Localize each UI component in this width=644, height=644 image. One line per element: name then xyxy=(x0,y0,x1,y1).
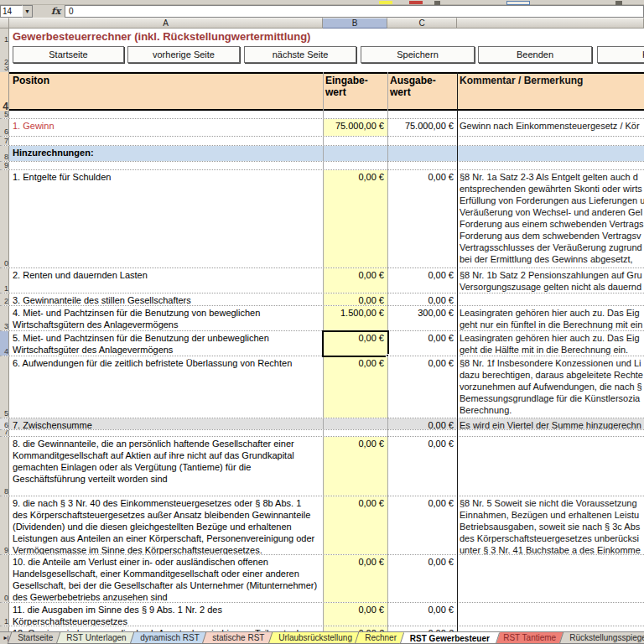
empty-cell-a[interactable] xyxy=(9,111,323,118)
item-label-cell[interactable]: 10. die Anteile am Verlust einer in- ode… xyxy=(9,555,323,602)
sheet-tab-rst-tantieme[interactable]: RST Tantieme xyxy=(493,632,567,644)
item-label-cell[interactable]: 1. Gewinn xyxy=(9,119,323,136)
empty-cell-a[interactable] xyxy=(9,430,323,436)
comment-cell[interactable]: Leasingraten gehören hier auch zu. Das E… xyxy=(457,331,644,356)
input-value-cell[interactable]: 0,00 € xyxy=(323,496,387,554)
empty-cell-d[interactable] xyxy=(457,111,644,118)
input-value-cell[interactable]: 0,00 € xyxy=(323,437,387,496)
row-header-7[interactable]: 7 xyxy=(0,137,9,145)
comment-cell[interactable]: §8 Nr. 1b Satz 2 Pensionszahlungen auf G… xyxy=(457,268,644,293)
output-value-cell[interactable]: 75.000,00 € xyxy=(387,119,457,136)
nav-button-hilfe[interactable]: Hilfe xyxy=(597,46,644,63)
item-label-cell[interactable]: 11. die Ausgaben im Sinne des § 9 Abs. 1… xyxy=(9,603,323,626)
comment-cell[interactable] xyxy=(457,603,644,626)
output-value-cell[interactable]: 0,00 € xyxy=(387,356,457,418)
input-value-cell[interactable]: 1.500,00 € xyxy=(323,306,387,330)
sheet-tab-rst-unterlagen[interactable]: RST Unterlagen xyxy=(56,632,137,644)
input-value-cell[interactable]: 0,00 € xyxy=(323,293,387,305)
row-header-15[interactable]: 5 xyxy=(0,356,9,418)
sheet-tab-dynamisch-rst[interactable]: dynamisch RST xyxy=(130,632,210,644)
row-header-10[interactable]: 0 xyxy=(0,170,9,267)
item-label-cell[interactable]: 5. Miet- und Pachtzinsen für die Benutzu… xyxy=(9,331,323,356)
empty-cell-a[interactable] xyxy=(9,66,323,72)
item-label-cell[interactable]: 4. Miet- und Pachtzinsen für die Benutzu… xyxy=(9,306,323,330)
empty-cell-b[interactable] xyxy=(323,430,387,436)
input-value-cell[interactable]: 0,00 € xyxy=(323,170,387,267)
nav-button-n-chste-seite[interactable]: nächste Seite xyxy=(244,46,356,63)
comment-cell[interactable]: §8 Nr. 1a Satz 2-3 Als Entgelt gelten au… xyxy=(457,170,644,267)
row-header-13[interactable]: 3 xyxy=(0,306,9,330)
column-header-a[interactable]: A xyxy=(9,18,323,29)
output-value-cell[interactable]: 0,00 € xyxy=(387,496,457,554)
item-label-cell[interactable]: 3. Gewinnanteile des stillen Gesellschaf… xyxy=(9,293,323,305)
column-header-b[interactable]: B xyxy=(323,18,387,29)
empty-cell-c[interactable] xyxy=(387,137,457,145)
empty-cell-c[interactable] xyxy=(387,111,457,118)
item-label-cell[interactable]: 9. die nach § 3 Nr. 40 des Einkommensteu… xyxy=(9,496,323,554)
row-header-3[interactable]: 3 xyxy=(0,66,9,72)
row-header-18[interactable]: 8 xyxy=(0,437,9,496)
comment-cell[interactable]: §8 Nr. 1f Insbesondere Konzessionen und … xyxy=(457,356,644,418)
fill-handle[interactable] xyxy=(386,354,389,357)
empty-cell-c[interactable] xyxy=(387,66,457,72)
subtotal-comment[interactable]: Es wird ein Viertel der Summe hinzugerec… xyxy=(457,418,644,429)
item-label-cell[interactable]: 8. die Gewinnanteile, die an persönlich … xyxy=(9,437,323,496)
comment-cell[interactable] xyxy=(457,293,644,305)
row-header-1[interactable]: 1 xyxy=(0,29,9,44)
input-value-cell[interactable]: 0,00 € xyxy=(323,603,387,626)
output-value-cell[interactable]: 0,00 € xyxy=(387,331,457,356)
empty-cell-a[interactable] xyxy=(9,162,323,169)
item-label-cell[interactable]: 1. Entgelte für Schulden xyxy=(9,170,323,267)
input-value-cell[interactable]: 0,00 € xyxy=(323,268,387,293)
select-all-corner[interactable] xyxy=(0,18,9,29)
table-header-comment[interactable]: Kommentar / Bermerkung xyxy=(457,72,644,111)
section-label[interactable]: Hinzurechnungen: xyxy=(9,146,644,161)
nav-button-beenden[interactable]: Beenden xyxy=(478,46,592,63)
row-header-6[interactable]: 6 xyxy=(0,119,9,136)
comment-cell[interactable]: Gewinn nach Einkommensteuergesetz / Kör xyxy=(457,119,644,136)
empty-cell-b[interactable] xyxy=(323,111,387,118)
empty-cell-b[interactable] xyxy=(323,162,387,169)
row-header-21[interactable]: 1 xyxy=(0,603,9,626)
output-value-cell[interactable]: 0,00 € xyxy=(387,603,457,626)
sheet-tab-rst-gewerbesteuer[interactable]: RST Gewerbesteuer xyxy=(400,632,501,644)
empty-cell-b[interactable] xyxy=(323,66,387,72)
row-header-11[interactable]: 1 xyxy=(0,268,9,293)
comment-cell[interactable] xyxy=(457,437,644,496)
sheet-tab-urlaubsrückstellung[interactable]: Urlaubsrückstellung xyxy=(267,632,361,644)
empty-cell-d[interactable] xyxy=(457,66,644,72)
comment-cell[interactable]: Leasingraten gehören hier auch zu. Das E… xyxy=(457,306,644,330)
row-header-17[interactable]: 7 xyxy=(0,430,9,436)
page-title-cell[interactable]: Gewerbesteuerrechner (inkl. Rückstellung… xyxy=(9,29,644,44)
sheet-tab-rückstellungsspiegel[interactable]: Rückstellungsspiegel xyxy=(559,632,644,644)
sheet-tab-startseite[interactable]: Startseite xyxy=(8,632,64,644)
name-box-dropdown-icon[interactable]: ▼ xyxy=(22,5,33,18)
row-header-20[interactable]: 0 xyxy=(0,555,9,602)
row-header-9[interactable]: 9 xyxy=(0,162,9,169)
output-value-cell[interactable]: 300,00 € xyxy=(387,306,457,330)
input-value-cell[interactable]: 0,00 € xyxy=(323,356,387,418)
output-value-cell[interactable]: 0,00 € xyxy=(387,293,457,305)
output-value-cell[interactable]: 0,00 € xyxy=(387,555,457,602)
row-header-2[interactable]: 2 xyxy=(0,44,9,66)
input-value-cell[interactable]: 75.000,00 € xyxy=(323,119,387,136)
subtotal-label[interactable]: 7. Zwischensumme xyxy=(9,418,323,429)
table-header-position[interactable]: Positon xyxy=(9,72,323,111)
empty-cell-a[interactable] xyxy=(9,137,323,145)
subtotal-input-cell[interactable] xyxy=(323,418,387,429)
table-header-output[interactable]: Ausgabe- wert xyxy=(387,72,457,111)
item-label-cell[interactable]: 2. Renten und dauernden Lasten xyxy=(9,268,323,293)
item-label-cell[interactable]: 6. Aufwendungen für die zeitlich befrist… xyxy=(9,356,323,418)
row-header-5[interactable]: 5 xyxy=(0,111,9,118)
output-value-cell[interactable]: 0,00 € xyxy=(387,268,457,293)
empty-cell-c[interactable] xyxy=(387,162,457,169)
comment-cell[interactable]: §8 Nr. 5 Soweit sie nicht die Voraussetz… xyxy=(457,496,644,554)
subtotal-output-value[interactable]: 0,00 € xyxy=(387,418,457,429)
row-header-19[interactable]: 9 xyxy=(0,496,9,554)
empty-cell-d[interactable] xyxy=(457,162,644,169)
output-value-cell[interactable]: 0,00 € xyxy=(387,170,457,267)
nav-button-speichern[interactable]: Speichern xyxy=(361,46,475,63)
empty-cell-c[interactable] xyxy=(387,430,457,436)
table-header-input[interactable]: Eingabe- wert xyxy=(323,72,387,111)
formula-input[interactable]: 0 xyxy=(65,5,644,18)
